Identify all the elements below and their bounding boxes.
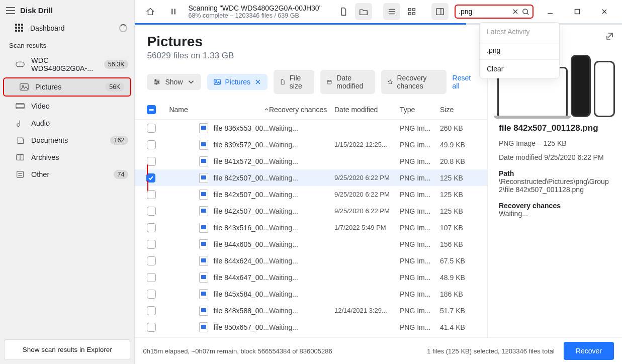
file-view-button[interactable] <box>335 3 352 20</box>
pause-icon <box>168 7 179 17</box>
chevron-down-icon <box>187 78 195 86</box>
table-row[interactable]: file 842x507_00...Waiting...9/25/2020 6:… <box>135 169 487 186</box>
cell-recovery: Waiting... <box>269 141 334 149</box>
cell-date: 9/25/2020 6:22 PM <box>334 174 400 181</box>
svg-rect-5 <box>17 171 24 178</box>
sidebar-item-documents[interactable]: Documents 162 <box>0 132 134 149</box>
sidebar-item-pictures[interactable]: Pictures 56K <box>3 77 131 97</box>
svg-rect-12 <box>575 10 580 14</box>
file-size-filter-chip[interactable]: File size <box>274 70 314 94</box>
details-recovery-value: Waiting... <box>499 210 613 218</box>
row-checkbox[interactable] <box>147 323 156 332</box>
window-minimize-button[interactable] <box>540 4 561 20</box>
sidebar-item-video[interactable]: Video <box>0 98 134 115</box>
cell-size: 186 KB <box>440 290 475 298</box>
table-row[interactable]: file 850x657_00...Waiting...PNG Im...41.… <box>135 319 487 335</box>
toggle-preview-button[interactable] <box>431 3 449 20</box>
show-filter-chip[interactable]: Show <box>147 74 201 90</box>
table-row[interactable]: file 848x588_00...Waiting...12/14/2021 3… <box>135 302 487 319</box>
menu-icon[interactable] <box>6 7 15 14</box>
svg-rect-3 <box>16 104 24 109</box>
column-header-date[interactable]: Date modified <box>334 106 400 114</box>
sidebar-item-archives[interactable]: Archives <box>0 149 134 166</box>
row-checkbox[interactable] <box>147 273 156 282</box>
search-icon[interactable] <box>522 8 529 16</box>
table-row[interactable]: file 842x507_00...Waiting...9/25/2020 6:… <box>135 186 487 203</box>
row-checkbox[interactable] <box>147 140 156 149</box>
row-checkbox[interactable] <box>147 306 156 315</box>
search-suggestion-item[interactable]: .png <box>480 41 559 59</box>
cell-size: 20.8 KB <box>440 157 475 165</box>
row-checkbox[interactable] <box>147 223 156 232</box>
cell-recovery: Waiting... <box>269 157 334 165</box>
window-maximize-button[interactable] <box>567 4 588 20</box>
row-checkbox[interactable] <box>147 190 156 199</box>
status-left: 0h15m elapsed, ~0h07m remain, block 5665… <box>143 347 332 355</box>
table-row[interactable]: file 839x572_00...Waiting...1/15/2022 12… <box>135 136 487 153</box>
cell-type: PNG Im... <box>400 290 440 298</box>
file-name: file 844x647_00... <box>213 274 269 282</box>
row-checkbox[interactable] <box>147 124 156 133</box>
window-close-button[interactable] <box>594 4 615 20</box>
row-checkbox[interactable] <box>147 256 156 265</box>
table-row[interactable]: file 836x553_00...Waiting...PNG Im...260… <box>135 120 487 136</box>
reset-filters-button[interactable]: Reset all <box>453 74 475 90</box>
file-type-icon <box>199 173 208 183</box>
pause-button[interactable] <box>165 3 182 20</box>
list-view-button[interactable] <box>383 3 400 20</box>
row-checkbox[interactable] <box>147 290 156 299</box>
select-all-checkbox[interactable] <box>147 105 169 114</box>
cell-date: 1/15/2022 12:25... <box>334 141 400 148</box>
cell-size: 260 KB <box>440 124 475 132</box>
folder-view-button[interactable] <box>355 3 372 20</box>
sidebar-item-disk[interactable]: WDC WDS480G2G0A-... 56.3K <box>0 52 134 76</box>
file-name: file 844x605_00... <box>213 240 269 248</box>
cell-recovery: Waiting... <box>269 174 334 182</box>
table-row[interactable]: file 844x605_00...Waiting...PNG Im...156… <box>135 236 487 252</box>
sort-icon <box>264 107 269 112</box>
pictures-filter-chip[interactable]: Pictures <box>207 74 268 90</box>
table-row[interactable]: file 842x507_00...Waiting...9/25/2020 6:… <box>135 203 487 219</box>
table-row[interactable]: file 845x584_00...Waiting...PNG Im...186… <box>135 286 487 302</box>
row-checkbox[interactable] <box>146 173 155 183</box>
chip-label: File size <box>290 74 309 90</box>
cell-type: PNG Im... <box>400 207 440 215</box>
app-title: Disk Drill <box>20 6 53 15</box>
table-row[interactable]: file 844x624_00...Waiting...PNG Im...67.… <box>135 252 487 269</box>
recover-button[interactable]: Recover <box>564 342 614 360</box>
search-clear-item[interactable]: Clear <box>480 60 559 78</box>
file-name: file 844x624_00... <box>213 257 269 265</box>
column-header-type[interactable]: Type <box>400 106 440 114</box>
sidebar-item-other[interactable]: Other 74 <box>0 166 134 183</box>
sidebar-item-label: WDC WDS480G2G0A-... <box>31 56 98 72</box>
close-icon[interactable] <box>254 78 261 85</box>
recovery-chances-filter-chip[interactable]: Recovery chances <box>381 70 447 94</box>
cell-recovery: Waiting... <box>269 307 334 315</box>
file-type-icon <box>199 272 208 283</box>
column-header-size[interactable]: Size <box>440 106 475 114</box>
table-row[interactable]: file 841x572_00...Waiting...PNG Im...20.… <box>135 153 487 169</box>
grid-view-button[interactable] <box>403 3 420 20</box>
scan-status-title: Scanning "WDC WDS480G2G0A-00JH30" <box>188 4 324 12</box>
home-button[interactable] <box>142 3 159 20</box>
cell-type: PNG Im... <box>400 257 440 265</box>
sidebar-item-audio[interactable]: Audio <box>0 115 134 132</box>
search-field[interactable] <box>455 5 534 19</box>
file-type-icon <box>199 156 208 166</box>
table-row[interactable]: file 843x516_00...Waiting...1/7/2022 5:4… <box>135 219 487 236</box>
popout-icon[interactable] <box>605 32 614 41</box>
clear-search-icon[interactable] <box>512 8 519 15</box>
table-row[interactable]: file 844x647_00...Waiting...PNG Im...48.… <box>135 269 487 286</box>
search-input[interactable] <box>459 8 509 16</box>
date-modified-filter-chip[interactable]: Date modified <box>320 70 375 94</box>
row-checkbox[interactable] <box>147 240 156 249</box>
column-header-recovery[interactable]: Recovery chances <box>269 106 334 114</box>
show-in-explorer-button[interactable]: Show scan results in Explorer <box>4 339 130 360</box>
row-checkbox[interactable] <box>147 157 156 166</box>
row-checkbox[interactable] <box>147 207 156 216</box>
sidebar-item-label: Archives <box>31 153 128 161</box>
file-type-icon <box>199 289 208 299</box>
sidebar-item-dashboard[interactable]: Dashboard <box>0 19 134 38</box>
file-name: file 848x588_00... <box>213 307 269 315</box>
column-header-name[interactable]: Name <box>169 106 269 114</box>
